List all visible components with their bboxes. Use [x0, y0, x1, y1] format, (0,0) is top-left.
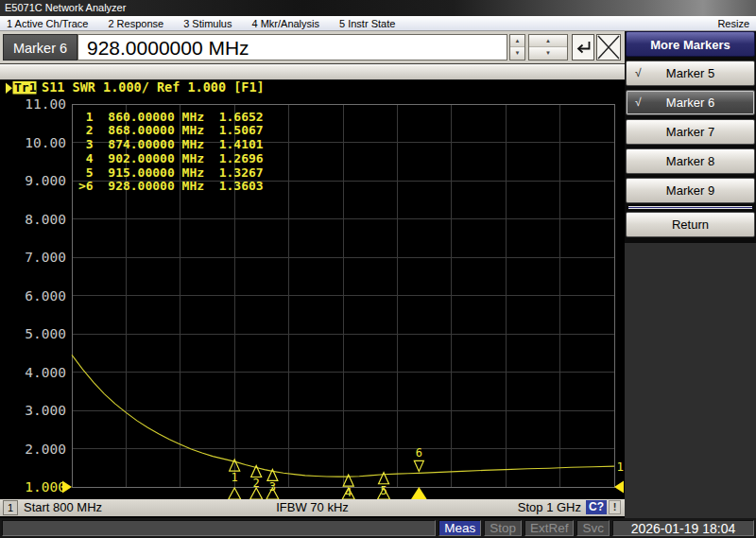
arrow-down-icon: ▼: [545, 50, 551, 56]
plot-area[interactable]: 11.0010.009.0008.0007.0006.0005.0004.000…: [0, 80, 625, 499]
softkey-marker-5[interactable]: √Marker 5: [626, 61, 755, 86]
softkey-menu-title: More Markers: [626, 31, 755, 57]
y-axis-tick-label: 6.000: [25, 288, 66, 304]
return-button[interactable]: Return: [626, 212, 755, 237]
reference-level-left-arrow-icon: [62, 481, 72, 494]
check-icon: √: [635, 61, 642, 84]
status-bar: MeasStopExtRefSvc 2026-01-19 18:04: [0, 518, 756, 538]
trace-badge: Tr1: [14, 80, 37, 95]
status-message-field: [2, 520, 436, 536]
reference-level-right-arrow-icon: [614, 481, 624, 494]
step-up-large-button[interactable]: ▲: [529, 35, 567, 48]
channel-top-strip: [0, 64, 625, 80]
marker-table-row: 1 860.00000 MHz 1.6652: [78, 110, 264, 124]
start-frequency-label: Start 800 MHz: [24, 500, 102, 514]
y-axis-tick-label: 11.00: [25, 96, 66, 112]
y-axis-tick-label: 10.00: [25, 135, 66, 150]
softkey-label: Marker 7: [666, 125, 714, 139]
close-entry-button[interactable]: [596, 34, 621, 61]
marker-5-label: 5: [380, 484, 387, 497]
menu-3-stimulus[interactable]: 3 Stimulus: [183, 18, 232, 29]
status-indicator-svc: Svc: [576, 520, 610, 536]
arrow-down-icon: ▼: [515, 50, 521, 56]
fine-stepper: ▲ ▼: [509, 34, 525, 61]
y-axis-tick-label: 8.000: [25, 212, 66, 227]
menu-items: 1 Active Ch/Trace2 Response3 Stimulus4 M…: [7, 18, 395, 29]
close-icon: [597, 35, 620, 60]
active-marker-stimulus-icon[interactable]: [410, 487, 427, 499]
enter-button[interactable]: [572, 34, 594, 61]
step-down-large-button[interactable]: ▼: [529, 47, 567, 60]
channel-window: 11.0010.009.0008.0007.0006.0005.0004.000…: [0, 64, 625, 518]
y-axis-tick-label: 3.000: [25, 403, 66, 418]
correction-status-badge: C?: [586, 500, 607, 514]
marker-entry-bar: Marker 6 928.0000000 MHz ▲ ▼ ▲ ▼: [0, 31, 625, 64]
softkey-label: Marker 9: [666, 183, 714, 198]
status-datetime: 2026-01-19 18:04: [612, 520, 754, 536]
trace-end-number: 1: [617, 460, 625, 474]
e5071c-screen: E5071C Network Analyzer 1 Active Ch/Trac…: [0, 0, 756, 538]
softkey-menu: More Markers √Marker 5√Marker 6Marker 7M…: [625, 31, 756, 518]
menu-2-response[interactable]: 2 Response: [108, 18, 163, 29]
active-marker-6-label: 6: [416, 446, 422, 460]
check-icon: √: [635, 91, 642, 113]
softkey-label: Marker 8: [666, 154, 714, 168]
step-up-small-button[interactable]: ▲: [510, 35, 524, 48]
softkey-marker-9[interactable]: Marker 9: [626, 178, 755, 203]
y-axis-tick-label: 1.000: [25, 479, 66, 495]
window-title: E5071C Network Analyzer: [5, 2, 126, 13]
softkey-marker-8[interactable]: Marker 8: [626, 148, 755, 174]
arrow-up-icon: ▲: [515, 38, 521, 43]
softkey-marker-6[interactable]: √Marker 6: [626, 90, 755, 115]
coarse-stepper: ▲ ▼: [528, 34, 568, 61]
step-down-small-button[interactable]: ▼: [510, 47, 524, 60]
ifbw-label: IFBW 70 kHz: [276, 500, 349, 514]
softkey-separator: [628, 207, 752, 208]
channel-number-badge: 1: [3, 500, 18, 515]
warning-badge: !: [609, 500, 621, 514]
menu-1-active-ch-trace[interactable]: 1 Active Ch/Trace: [7, 18, 88, 29]
softkey-label: Marker 6: [666, 95, 714, 110]
menu-4-mkr-analysis[interactable]: 4 Mkr/Analysis: [251, 18, 319, 29]
softkey-label: Marker 5: [666, 66, 714, 80]
marker-table-row: 4 902.00000 MHz 1.2696: [78, 151, 264, 165]
softkey-marker-7[interactable]: Marker 7: [626, 119, 755, 145]
y-axis-tick-label: 2.000: [25, 442, 66, 457]
y-axis-tick-label: 5.000: [25, 326, 66, 341]
y-axis-tick-label: 7.000: [25, 250, 66, 265]
active-trace-arrow-icon: [6, 83, 12, 95]
active-marker-6-icon: [414, 460, 423, 471]
marker-table-row: 5 915.00000 MHz 1.3267: [78, 165, 264, 180]
marker-table-row: >6 928.00000 MHz 1.3603: [78, 179, 264, 193]
menu-resize[interactable]: Resize: [717, 18, 749, 29]
status-indicator-extref: ExtRef: [524, 520, 575, 536]
marker-frequency-input[interactable]: 928.0000000 MHz: [77, 34, 507, 61]
arrow-up-icon: ▲: [545, 38, 551, 43]
window-titlebar: E5071C Network Analyzer: [0, 0, 756, 16]
entry-label: Marker 6: [3, 34, 77, 61]
marker-table-row: 3 874.00000 MHz 1.4101: [78, 137, 264, 151]
y-axis-tick-label: 4.000: [25, 365, 66, 380]
menu-bar: 1 Active Ch/Trace2 Response3 Stimulus4 M…: [0, 16, 756, 31]
marker-1-stimulus-icon: [229, 488, 241, 499]
menu-5-instr-state[interactable]: 5 Instr State: [339, 18, 395, 29]
channel-footer: 1 Start 800 MHz IFBW 70 kHz Stop 1 GHz C…: [0, 499, 625, 516]
marker-table-row: 2 868.00000 MHz 1.5067: [78, 123, 264, 137]
softkey-stack: More Markers √Marker 5√Marker 6Marker 7M…: [625, 31, 756, 243]
status-indicator-meas: Meas: [438, 520, 481, 536]
y-axis-tick-label: 9.000: [25, 173, 66, 188]
enter-icon: [575, 40, 592, 55]
trace-title: S11 SWR 1.000/ Ref 1.000 [F1]: [42, 80, 265, 95]
stop-frequency-label: Stop 1 GHz: [518, 500, 581, 514]
status-indicator-stop: Stop: [484, 520, 522, 536]
marker-1-label: 1: [232, 471, 238, 484]
